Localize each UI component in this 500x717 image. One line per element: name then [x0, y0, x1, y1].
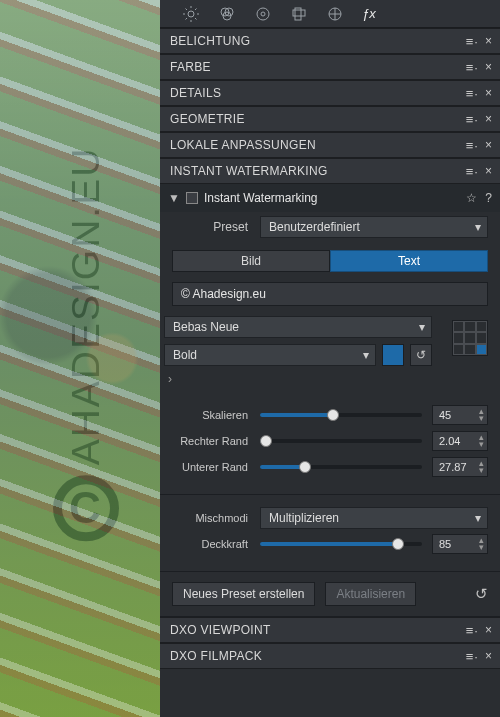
tab-balance-icon[interactable] [254, 5, 272, 23]
tab-color-circles-icon[interactable] [218, 5, 236, 23]
new-preset-button[interactable]: Neues Preset erstellen [172, 582, 315, 606]
seg-text[interactable]: Text [330, 250, 488, 272]
anchor-ml[interactable] [453, 332, 464, 343]
svg-line-7 [195, 8, 197, 10]
font-weight-value: Bold [173, 348, 197, 362]
watermark-enable-checkbox[interactable] [186, 192, 198, 204]
sliders-icon[interactable]: ≡· [466, 86, 479, 101]
section-label: LOKALE ANPASSUNGEN [170, 138, 316, 152]
spinner-icon[interactable]: ▴▾ [479, 460, 484, 474]
unterer-slider[interactable] [260, 465, 422, 469]
font-value: Bebas Neue [173, 320, 239, 334]
seg-bild[interactable]: Bild [172, 250, 330, 272]
watermark-subheader: ▼ Instant Watermarking ☆ ? [160, 184, 500, 212]
anchor-mr[interactable] [476, 332, 487, 343]
section-label: DXO VIEWPOINT [170, 623, 271, 637]
sliders-icon[interactable]: ≡· [466, 34, 479, 49]
skalieren-label: Skalieren [164, 409, 260, 421]
sliders-icon[interactable]: ≡· [466, 164, 479, 179]
side-collapse-chevron[interactable]: › [160, 372, 500, 386]
section-details[interactable]: DETAILS ≡·× [160, 80, 500, 106]
update-preset-button[interactable]: Aktualisieren [325, 582, 416, 606]
chevron-down-icon: ▾ [475, 511, 481, 525]
sliders-icon[interactable]: ≡· [466, 112, 479, 127]
favorite-icon[interactable]: ☆ [466, 191, 477, 205]
tab-crop-icon[interactable] [290, 5, 308, 23]
chevron-down-icon: ▾ [475, 220, 481, 234]
anchor-tl[interactable] [453, 321, 464, 332]
svg-line-8 [186, 18, 188, 20]
anchor-tr[interactable] [476, 321, 487, 332]
unterer-label: Unterer Rand [164, 461, 260, 473]
text-color-swatch[interactable] [382, 344, 404, 366]
unterer-value[interactable]: 27.87▴▾ [432, 457, 488, 477]
section-watermark[interactable]: INSTANT WATERMARKING ≡·× [160, 158, 500, 184]
preset-label: Preset [160, 220, 260, 234]
anchor-mc[interactable] [464, 332, 475, 343]
svg-point-0 [188, 11, 194, 17]
tab-fx-icon[interactable]: ƒx [362, 6, 376, 21]
svg-point-12 [257, 8, 269, 20]
close-icon[interactable]: × [485, 112, 492, 126]
section-viewpoint[interactable]: DXO VIEWPOINT ≡·× [160, 617, 500, 643]
reset-color-button[interactable]: ↺ [410, 344, 432, 366]
anchor-bc[interactable] [464, 344, 475, 355]
preset-value: Benutzerdefiniert [269, 220, 360, 234]
blend-sliders: Mischmodi Multiplizieren ▾ Deckkraft 85▴… [160, 495, 500, 572]
spinner-icon[interactable]: ▴▾ [479, 408, 484, 422]
mischmodi-label: Mischmodi [164, 512, 260, 524]
skalieren-value[interactable]: 45▴▾ [432, 405, 488, 425]
close-icon[interactable]: × [485, 34, 492, 48]
anchor-br[interactable] [476, 344, 487, 355]
close-icon[interactable]: × [485, 86, 492, 100]
chevron-down-icon: ▾ [419, 320, 425, 334]
reset-all-icon[interactable]: ↺ [475, 585, 488, 603]
svg-line-6 [195, 18, 197, 20]
blendmode-select[interactable]: Multiplizieren ▾ [260, 507, 488, 529]
help-icon[interactable]: ? [485, 191, 492, 205]
svg-line-5 [186, 8, 188, 10]
collapse-arrow-icon[interactable]: ▼ [168, 191, 180, 205]
section-label: INSTANT WATERMARKING [170, 164, 328, 178]
section-lokal[interactable]: LOKALE ANPASSUNGEN ≡·× [160, 132, 500, 158]
image-preview: C AHADESIGN.EU [0, 0, 160, 717]
section-label: DETAILS [170, 86, 221, 100]
close-icon[interactable]: × [485, 164, 492, 178]
spinner-icon[interactable]: ▴▾ [479, 434, 484, 448]
section-farbe[interactable]: FARBE ≡·× [160, 54, 500, 80]
svg-point-13 [261, 12, 265, 16]
section-belichtung[interactable]: BELICHTUNG ≡·× [160, 28, 500, 54]
sliders-icon[interactable]: ≡· [466, 649, 479, 664]
font-family-select[interactable]: Bebas Neue ▾ [164, 316, 432, 338]
rechter-value[interactable]: 2.04▴▾ [432, 431, 488, 451]
section-filmpack[interactable]: DXO FILMPACK ≡·× [160, 643, 500, 669]
tab-histogram-icon[interactable] [326, 5, 344, 23]
close-icon[interactable]: × [485, 623, 492, 637]
right-panel: ƒx BELICHTUNG ≡·× FARBE ≡·× DETAILS ≡·× … [160, 0, 500, 717]
sliders-icon[interactable]: ≡· [466, 623, 479, 638]
tab-brightness-icon[interactable] [182, 5, 200, 23]
close-icon[interactable]: × [485, 60, 492, 74]
watermark-text-input[interactable]: © Ahadesign.eu [172, 282, 488, 306]
preset-select[interactable]: Benutzerdefiniert ▾ [260, 216, 488, 238]
mischmodi-value: Multiplizieren [269, 511, 339, 525]
anchor-bl[interactable] [453, 344, 464, 355]
spinner-icon[interactable]: ▴▾ [479, 537, 484, 551]
anchor-tc[interactable] [464, 321, 475, 332]
section-label: DXO FILMPACK [170, 649, 262, 663]
anchor-grid[interactable] [452, 320, 488, 356]
close-icon[interactable]: × [485, 138, 492, 152]
position-sliders: Skalieren 45▴▾ Rechter Rand 2.04▴▾ Unter… [160, 386, 500, 495]
section-label: FARBE [170, 60, 211, 74]
sliders-icon[interactable]: ≡· [466, 60, 479, 75]
rechter-slider[interactable] [260, 439, 422, 443]
deckkraft-value[interactable]: 85▴▾ [432, 534, 488, 554]
close-icon[interactable]: × [485, 649, 492, 663]
watermark-text-value: © Ahadesign.eu [181, 287, 266, 301]
font-weight-select[interactable]: Bold ▾ [164, 344, 376, 366]
sliders-icon[interactable]: ≡· [466, 138, 479, 153]
skalieren-slider[interactable] [260, 413, 422, 417]
deckkraft-slider[interactable] [260, 542, 422, 546]
section-geometrie[interactable]: GEOMETRIE ≡·× [160, 106, 500, 132]
deckkraft-label: Deckkraft [164, 538, 260, 550]
